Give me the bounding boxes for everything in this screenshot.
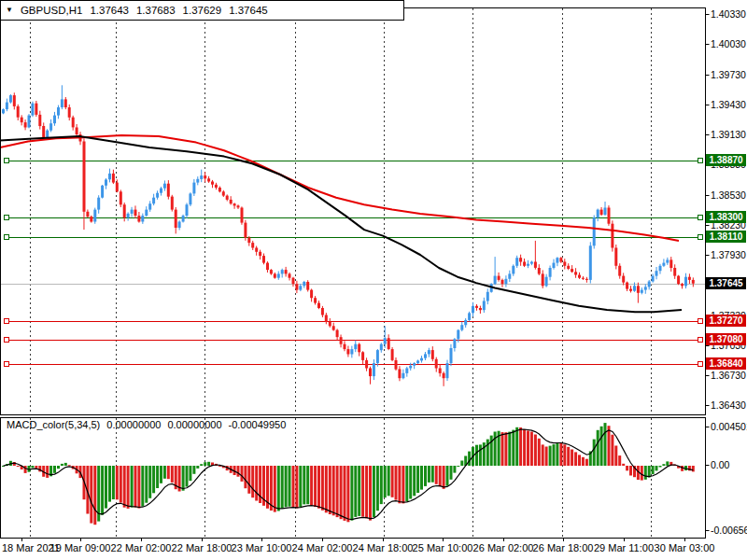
symbol-ohlc-header: ▼ GBPUSD,H1 1.37643 1.37683 1.37629 1.37… (0, 0, 404, 21)
macd-layer (2, 423, 695, 525)
time-axis-label: 19 Mar 09:00 (50, 542, 111, 553)
time-axis-label: 22 Mar 02:00 (111, 542, 172, 553)
chart-plot-surface[interactable] (0, 0, 747, 560)
time-axis-label: 29 Mar 11:00 (594, 542, 654, 553)
symbol-dropdown-icon[interactable]: ▼ (6, 7, 13, 14)
ohlc-low: 1.37629 (183, 5, 222, 16)
level-price-badge: 1.37080 (706, 333, 746, 345)
symbol-period-label: GBPUSD,H1 (21, 5, 82, 16)
level-lines-layer (1, 159, 705, 367)
price-tick-label: 1.40030 (711, 38, 746, 49)
macd-value-3: -0.00049950 (229, 419, 287, 430)
ohlc-close: 1.37645 (229, 5, 268, 16)
macd-indicator-name: MACD_color(5,34,5) (7, 419, 100, 430)
frame-layer (1, 8, 706, 539)
level-price-badge: 1.38110 (706, 231, 746, 243)
price-tick-label: 1.37930 (711, 249, 746, 260)
level-price-badge: 1.36840 (706, 357, 746, 370)
price-tick-label: 1.38530 (711, 189, 746, 201)
price-tick-label: 1.40330 (711, 8, 746, 20)
price-tick-label: 1.39730 (711, 69, 746, 80)
time-axis-label: 22 Mar 18:00 (172, 542, 233, 553)
time-axis-label: 25 Mar 10:00 (413, 542, 473, 553)
macd-axis-label: 0.0045011 (711, 421, 747, 432)
time-axis-label: 24 Mar 18:00 (353, 542, 414, 553)
moving-averages-layer (0, 135, 682, 312)
ohlc-open: 1.37643 (90, 5, 129, 16)
level-price-badge: 1.38870 (706, 154, 746, 166)
current-price-badge: 1.37645 (706, 277, 746, 289)
price-tick-label: 1.39430 (711, 99, 746, 110)
price-tick-label: 1.36730 (711, 370, 746, 381)
ohlc-high: 1.37683 (136, 5, 176, 16)
macd-indicator-header: MACD_color(5,34,5) 0.00000000 0.00000000… (7, 419, 286, 430)
price-tick-label: 1.39130 (711, 129, 746, 140)
price-tick-label: 1.36430 (711, 399, 746, 411)
candles-layer (2, 85, 695, 386)
time-axis-label: 26 Mar 18:00 (533, 542, 594, 553)
ma-black-line (0, 136, 682, 312)
time-axis-label: 24 Mar 02:00 (292, 542, 353, 553)
time-axis-label: 23 Mar 10:00 (232, 542, 292, 553)
macd-axis-label: -0.006569 (711, 525, 747, 536)
trading-chart-window: ▼ GBPUSD,H1 1.37643 1.37683 1.37629 1.37… (0, 0, 747, 560)
macd-axis-label: 0.00 (711, 459, 729, 470)
macd-value-1: 0.00000000 (106, 419, 161, 430)
level-price-badge: 1.38300 (706, 211, 746, 223)
time-axis-label: 30 Mar 03:00 (655, 542, 715, 553)
level-price-badge: 1.37270 (706, 315, 746, 327)
time-axis-label: 26 Mar 02:00 (473, 542, 534, 553)
macd-value-2: 0.00000000 (167, 419, 221, 430)
